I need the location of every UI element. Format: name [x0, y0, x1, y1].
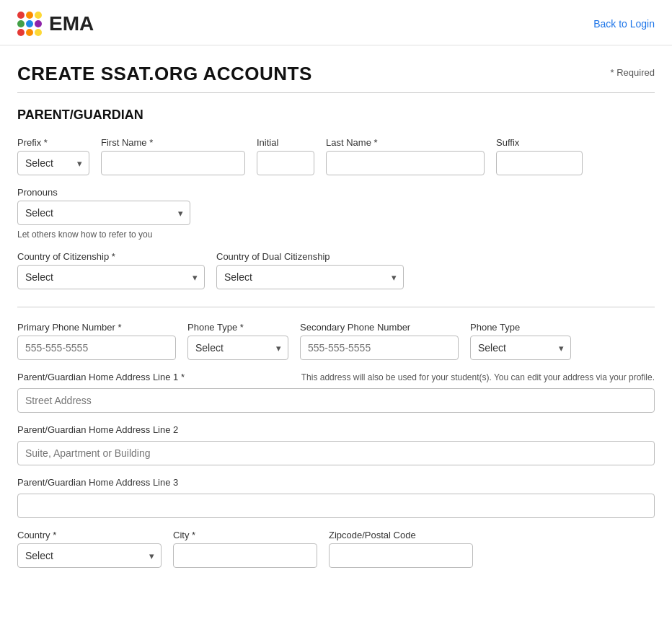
suffix-input[interactable]	[496, 151, 583, 175]
pronouns-group: Pronouns Select He/Him She/Her They/Them…	[17, 187, 190, 240]
suffix-group: Suffix	[496, 137, 583, 175]
address-note: This address will also be used for your …	[185, 372, 655, 382]
name-row: Prefix * Select Mr. Mrs. Ms. Dr. First N…	[17, 137, 655, 175]
phone-type-secondary-wrapper: Select Mobile Home Work	[470, 336, 571, 360]
initial-group: Initial	[257, 137, 314, 175]
logo-dot	[26, 29, 33, 36]
phone-type-primary-group: Phone Type * Select Mobile Home Work	[187, 322, 288, 360]
pronouns-row: Pronouns Select He/Him She/Her They/Them…	[17, 187, 655, 240]
logo-dot	[17, 12, 25, 19]
country-label: Country *	[17, 530, 162, 540]
logo-dot	[35, 12, 42, 19]
prefix-select-wrapper: Select Mr. Mrs. Ms. Dr.	[17, 151, 89, 175]
last-name-group: Last Name *	[326, 137, 485, 175]
city-group: City *	[173, 530, 317, 568]
address-line1-label: Parent/Guardian Home Address Line 1 *	[17, 372, 185, 382]
header: EMA Back to Login	[0, 0, 672, 45]
header-divider	[17, 92, 655, 93]
pronouns-hint: Let others know how to refer to you	[17, 229, 190, 240]
last-name-input[interactable]	[326, 151, 485, 175]
pronouns-label: Pronouns	[17, 187, 190, 198]
secondary-phone-group: Secondary Phone Number	[300, 322, 459, 360]
initial-label: Initial	[257, 137, 314, 148]
phone-type-secondary-select[interactable]: Select Mobile Home Work	[470, 336, 571, 360]
logo-dot	[26, 20, 33, 27]
secondary-phone-label: Secondary Phone Number	[300, 322, 459, 333]
citizenship-group: Country of Citizenship * Select United S…	[17, 251, 205, 289]
phone-type-primary-select[interactable]: Select Mobile Home Work	[187, 336, 288, 360]
country-group: Country * Select United States Canada	[17, 530, 162, 568]
pronouns-select-wrapper: Select He/Him She/Her They/Them	[17, 201, 190, 225]
logo-area: EMA	[17, 12, 94, 36]
logo-dot	[35, 20, 42, 27]
secondary-phone-input[interactable]	[300, 336, 459, 360]
back-to-login-link[interactable]: Back to Login	[593, 18, 655, 30]
logo-dots	[17, 12, 42, 36]
logo-dot	[26, 12, 33, 19]
citizenship-label: Country of Citizenship *	[17, 251, 205, 262]
initial-input[interactable]	[257, 151, 314, 175]
phone-type-secondary-label: Phone Type	[470, 322, 571, 333]
phone-type-secondary-group: Phone Type Select Mobile Home Work	[470, 322, 571, 360]
address-line3-group: Parent/Guardian Home Address Line 3	[17, 477, 655, 518]
address-line3-input[interactable]	[17, 494, 655, 518]
page-title: CREATE SSAT.ORG ACCOUNTS	[17, 63, 312, 85]
city-input[interactable]	[173, 543, 317, 568]
primary-phone-input[interactable]	[17, 336, 176, 360]
citizenship-select-wrapper: Select United States Canada United Kingd…	[17, 265, 205, 289]
city-label: City *	[173, 530, 317, 540]
address-line1-input[interactable]	[17, 388, 655, 413]
citizenship-select[interactable]: Select United States Canada United Kingd…	[17, 265, 205, 289]
page-content: CREATE SSAT.ORG ACCOUNTS * Required PARE…	[0, 45, 672, 597]
logo-dot	[35, 29, 42, 36]
phone-row: Primary Phone Number * Phone Type * Sele…	[17, 322, 655, 360]
phone-section-divider	[17, 307, 655, 307]
first-name-input[interactable]	[101, 151, 245, 175]
prefix-group: Prefix * Select Mr. Mrs. Ms. Dr.	[17, 137, 89, 175]
country-select[interactable]: Select United States Canada	[17, 543, 162, 568]
dual-citizenship-select[interactable]: Select United States Canada United Kingd…	[216, 265, 404, 289]
phone-type-primary-wrapper: Select Mobile Home Work	[187, 336, 288, 360]
logo-text: EMA	[49, 12, 94, 35]
dual-citizenship-label: Country of Dual Citizenship	[216, 251, 404, 262]
country-select-wrapper: Select United States Canada	[17, 543, 162, 568]
phone-type-primary-label: Phone Type *	[187, 322, 288, 333]
last-name-label: Last Name *	[326, 137, 485, 148]
zipcode-group: Zipcode/Postal Code	[329, 530, 473, 568]
page-header: CREATE SSAT.ORG ACCOUNTS * Required	[17, 63, 655, 85]
section-title: PARENT/GUARDIAN	[17, 108, 655, 123]
zipcode-input[interactable]	[329, 543, 473, 568]
pronouns-select[interactable]: Select He/Him She/Her They/Them	[17, 201, 190, 225]
citizenship-row: Country of Citizenship * Select United S…	[17, 251, 655, 289]
primary-phone-group: Primary Phone Number *	[17, 322, 176, 360]
logo-dot	[17, 29, 25, 36]
address-line2-group: Parent/Guardian Home Address Line 2	[17, 424, 655, 465]
suffix-label: Suffix	[496, 137, 583, 148]
prefix-label: Prefix *	[17, 137, 89, 148]
location-row: Country * Select United States Canada Ci…	[17, 530, 655, 568]
address-line2-input[interactable]	[17, 441, 655, 465]
primary-phone-label: Primary Phone Number *	[17, 322, 176, 333]
required-note: * Required	[611, 67, 655, 78]
address-line2-label: Parent/Guardian Home Address Line 2	[17, 424, 655, 435]
prefix-select[interactable]: Select Mr. Mrs. Ms. Dr.	[17, 151, 89, 175]
logo-dot	[17, 20, 25, 27]
dual-citizenship-group: Country of Dual Citizenship Select Unite…	[216, 251, 404, 289]
dual-citizenship-select-wrapper: Select United States Canada United Kingd…	[216, 265, 404, 289]
address-line3-label: Parent/Guardian Home Address Line 3	[17, 477, 655, 488]
first-name-group: First Name *	[101, 137, 245, 175]
first-name-label: First Name *	[101, 137, 245, 148]
address-line1-group: Parent/Guardian Home Address Line 1 * Th…	[17, 372, 655, 413]
zipcode-label: Zipcode/Postal Code	[329, 530, 473, 540]
